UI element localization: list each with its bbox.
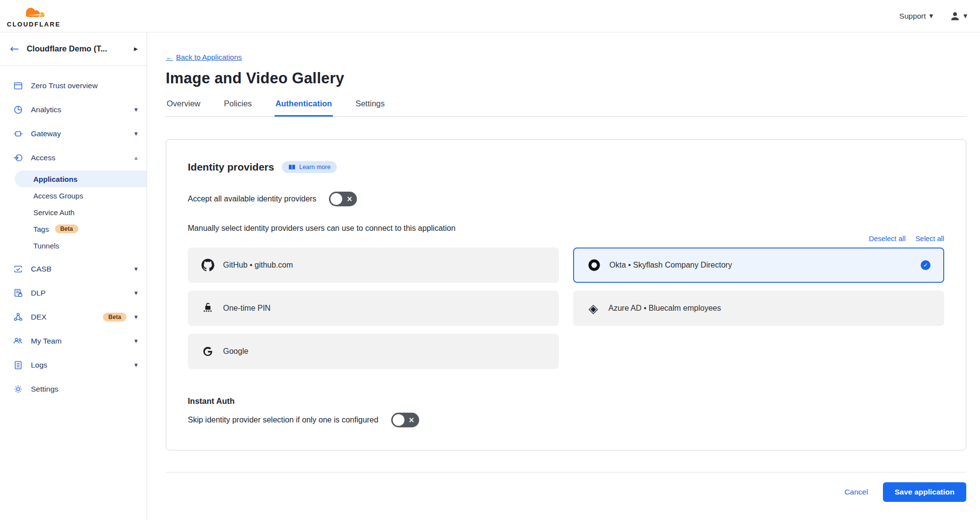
main-content: ← Back to Applications Image and Video G… (147, 32, 980, 520)
back-to-applications-link[interactable]: ← Back to Applications (166, 53, 242, 61)
selected-check-icon: ✓ (921, 260, 930, 270)
skip-selection-label: Skip identity provider selection if only… (188, 416, 378, 424)
idp-tile-google[interactable]: Google (188, 334, 559, 369)
top-bar: CLOUDFLARE Support ▼ ▼ (0, 0, 980, 32)
beta-badge: Beta (55, 224, 78, 233)
beta-badge: Beta (103, 313, 126, 322)
sidebar-item-zero-trust-overview[interactable]: Zero Trust overview (0, 74, 147, 98)
sidebar-item-dex[interactable]: DEX Beta ▼ (0, 305, 147, 329)
identity-provider-grid: GitHub • github.com Okta • Skyflash Comp… (188, 248, 944, 369)
idp-tile-github[interactable]: GitHub • github.com (188, 248, 559, 283)
tab-overview[interactable]: Overview (166, 99, 201, 116)
network-nodes-icon (13, 312, 23, 322)
chevron-up-icon: ▲ (134, 155, 138, 160)
azure-ad-icon: ◈ (586, 302, 601, 315)
manual-select-text: Manually select identity providers users… (188, 224, 944, 233)
cloudflare-logo[interactable]: CLOUDFLARE (7, 4, 61, 27)
toggle-knob (393, 414, 404, 426)
page-title: Image and Video Gallery (166, 70, 966, 87)
sidebar-item-tags[interactable]: Tags Beta (0, 221, 147, 237)
chevron-down-icon: ▼ (134, 131, 138, 136)
logs-document-icon (13, 360, 23, 370)
google-icon (201, 346, 215, 357)
sidebar-item-logs[interactable]: Logs ▼ (0, 353, 147, 377)
book-icon (288, 164, 296, 171)
sidebar-item-gateway[interactable]: Gateway ▼ (0, 122, 147, 146)
sidebar-nav: Zero Trust overview Analytics ▼ Gateway … (0, 66, 147, 401)
accept-all-label: Accept all available identity providers (188, 195, 316, 203)
toggle-x-icon: × (408, 416, 415, 424)
accept-all-toggle[interactable]: × (329, 192, 357, 206)
sidebar-item-access-groups[interactable]: Access Groups (0, 187, 147, 204)
chevron-down-icon: ▼ (134, 339, 138, 344)
okta-icon (587, 259, 602, 272)
user-avatar-icon (950, 11, 960, 22)
tab-settings[interactable]: Settings (354, 99, 386, 116)
sidebar: ← Cloudflare Demo (T... ▶ Zero Trust ove… (0, 32, 147, 520)
chevron-down-icon: ▼ (134, 107, 138, 112)
toggle-knob (330, 193, 342, 205)
account-name[interactable]: Cloudflare Demo (T... (26, 44, 126, 53)
chevron-down-icon: ▼ (930, 13, 933, 19)
casb-check-box-icon (13, 264, 23, 274)
account-switcher: ← Cloudflare Demo (T... ▶ (0, 32, 147, 66)
sidebar-item-settings[interactable]: Settings (0, 377, 147, 401)
back-arrow-icon[interactable]: ← (10, 43, 19, 55)
sidebar-item-casb[interactable]: CASB ▼ (0, 257, 147, 281)
cloudflare-cloud-icon (18, 5, 50, 22)
tab-bar: Overview Policies Authentication Setting… (166, 99, 966, 117)
gear-icon (13, 384, 23, 394)
sidebar-item-tunnels[interactable]: Tunnels (0, 237, 147, 254)
brand-wordmark: CLOUDFLARE (7, 21, 61, 27)
window-icon (13, 80, 23, 91)
identity-providers-card: Identity providers Learn more Accept all… (166, 139, 966, 450)
tab-authentication[interactable]: Authentication (275, 99, 333, 117)
card-title: Identity providers (188, 161, 274, 173)
access-subnav: Applications Access Groups Service Auth … (0, 171, 147, 254)
chevron-down-icon: ▼ (134, 363, 138, 368)
instant-auth-heading: Instant Auth (188, 396, 944, 406)
toggle-x-icon: × (347, 195, 353, 203)
sidebar-item-my-team[interactable]: My Team ▼ (0, 329, 147, 353)
chevron-right-icon[interactable]: ▶ (134, 46, 138, 51)
sidebar-item-access[interactable]: Access ▲ (0, 146, 147, 170)
chevron-down-icon: ▼ (134, 267, 138, 272)
deselect-all-link[interactable]: Deselect all (869, 235, 905, 243)
gateway-icon (13, 128, 23, 139)
idp-tile-one-time-pin[interactable]: **** One-time PIN (188, 291, 559, 326)
sidebar-item-dlp[interactable]: DLP ▼ (0, 281, 147, 305)
idp-tile-okta[interactable]: Okta • Skyflash Company Directory ✓ (573, 248, 944, 283)
back-arrow-icon: ← (166, 53, 173, 61)
sidebar-item-service-auth[interactable]: Service Auth (0, 204, 147, 221)
instant-auth-toggle[interactable]: × (391, 413, 419, 427)
chevron-down-icon: ▼ (134, 315, 138, 320)
support-menu[interactable]: Support ▼ (899, 12, 933, 21)
idp-tile-azure-ad[interactable]: ◈ Azure AD • Bluecalm employees (573, 291, 944, 326)
github-icon (201, 259, 215, 272)
one-time-pin-lock-icon: **** (201, 302, 215, 314)
select-all-link[interactable]: Select all (915, 235, 944, 243)
cancel-button[interactable]: Cancel (844, 488, 868, 496)
chevron-down-icon: ▼ (134, 291, 138, 296)
tab-policies[interactable]: Policies (223, 99, 253, 116)
pie-chart-icon (13, 104, 23, 115)
document-lock-icon (13, 288, 23, 298)
save-application-button[interactable]: Save application (883, 482, 966, 502)
sidebar-item-applications[interactable]: Applications (15, 171, 147, 187)
access-login-icon (13, 152, 23, 163)
chevron-down-icon: ▼ (963, 13, 967, 19)
sidebar-item-analytics[interactable]: Analytics ▼ (0, 98, 147, 122)
user-menu[interactable]: ▼ (950, 11, 967, 22)
learn-more-badge[interactable]: Learn more (282, 161, 337, 173)
team-icon (13, 336, 23, 346)
footer-action-bar: Cancel Save application (166, 472, 966, 502)
